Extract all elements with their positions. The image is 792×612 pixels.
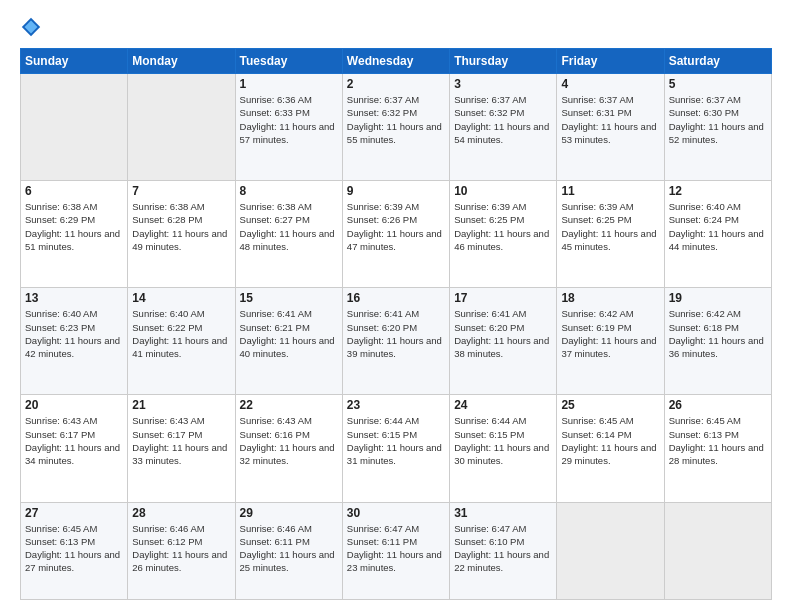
- day-number: 4: [561, 77, 659, 91]
- day-number: 18: [561, 291, 659, 305]
- calendar-cell: 27Sunrise: 6:45 AM Sunset: 6:13 PM Dayli…: [21, 502, 128, 599]
- day-info: Sunrise: 6:43 AM Sunset: 6:17 PM Dayligh…: [25, 414, 123, 467]
- day-number: 26: [669, 398, 767, 412]
- day-number: 8: [240, 184, 338, 198]
- logo: [20, 16, 46, 38]
- calendar-week-row: 27Sunrise: 6:45 AM Sunset: 6:13 PM Dayli…: [21, 502, 772, 599]
- day-number: 13: [25, 291, 123, 305]
- day-number: 28: [132, 506, 230, 520]
- day-info: Sunrise: 6:39 AM Sunset: 6:26 PM Dayligh…: [347, 200, 445, 253]
- day-header-thursday: Thursday: [450, 49, 557, 74]
- calendar-cell: 26Sunrise: 6:45 AM Sunset: 6:13 PM Dayli…: [664, 395, 771, 502]
- page: SundayMondayTuesdayWednesdayThursdayFrid…: [0, 0, 792, 612]
- day-info: Sunrise: 6:45 AM Sunset: 6:14 PM Dayligh…: [561, 414, 659, 467]
- calendar-cell: [21, 74, 128, 181]
- day-info: Sunrise: 6:41 AM Sunset: 6:20 PM Dayligh…: [454, 307, 552, 360]
- calendar-cell: 6Sunrise: 6:38 AM Sunset: 6:29 PM Daylig…: [21, 181, 128, 288]
- day-number: 29: [240, 506, 338, 520]
- day-info: Sunrise: 6:43 AM Sunset: 6:16 PM Dayligh…: [240, 414, 338, 467]
- day-info: Sunrise: 6:46 AM Sunset: 6:11 PM Dayligh…: [240, 522, 338, 575]
- calendar-cell: 24Sunrise: 6:44 AM Sunset: 6:15 PM Dayli…: [450, 395, 557, 502]
- calendar-cell: 16Sunrise: 6:41 AM Sunset: 6:20 PM Dayli…: [342, 288, 449, 395]
- day-header-wednesday: Wednesday: [342, 49, 449, 74]
- calendar-cell: [664, 502, 771, 599]
- day-info: Sunrise: 6:46 AM Sunset: 6:12 PM Dayligh…: [132, 522, 230, 575]
- day-info: Sunrise: 6:47 AM Sunset: 6:10 PM Dayligh…: [454, 522, 552, 575]
- day-info: Sunrise: 6:38 AM Sunset: 6:28 PM Dayligh…: [132, 200, 230, 253]
- day-number: 31: [454, 506, 552, 520]
- calendar-cell: 11Sunrise: 6:39 AM Sunset: 6:25 PM Dayli…: [557, 181, 664, 288]
- calendar-week-row: 13Sunrise: 6:40 AM Sunset: 6:23 PM Dayli…: [21, 288, 772, 395]
- calendar-cell: 20Sunrise: 6:43 AM Sunset: 6:17 PM Dayli…: [21, 395, 128, 502]
- day-info: Sunrise: 6:41 AM Sunset: 6:21 PM Dayligh…: [240, 307, 338, 360]
- day-number: 12: [669, 184, 767, 198]
- day-number: 15: [240, 291, 338, 305]
- calendar-cell: 1Sunrise: 6:36 AM Sunset: 6:33 PM Daylig…: [235, 74, 342, 181]
- day-number: 16: [347, 291, 445, 305]
- calendar-cell: 12Sunrise: 6:40 AM Sunset: 6:24 PM Dayli…: [664, 181, 771, 288]
- calendar-cell: 14Sunrise: 6:40 AM Sunset: 6:22 PM Dayli…: [128, 288, 235, 395]
- calendar-cell: 8Sunrise: 6:38 AM Sunset: 6:27 PM Daylig…: [235, 181, 342, 288]
- day-number: 27: [25, 506, 123, 520]
- day-info: Sunrise: 6:38 AM Sunset: 6:27 PM Dayligh…: [240, 200, 338, 253]
- calendar-cell: 15Sunrise: 6:41 AM Sunset: 6:21 PM Dayli…: [235, 288, 342, 395]
- calendar-cell: 7Sunrise: 6:38 AM Sunset: 6:28 PM Daylig…: [128, 181, 235, 288]
- day-number: 6: [25, 184, 123, 198]
- day-info: Sunrise: 6:36 AM Sunset: 6:33 PM Dayligh…: [240, 93, 338, 146]
- day-number: 19: [669, 291, 767, 305]
- day-info: Sunrise: 6:39 AM Sunset: 6:25 PM Dayligh…: [454, 200, 552, 253]
- calendar-cell: 28Sunrise: 6:46 AM Sunset: 6:12 PM Dayli…: [128, 502, 235, 599]
- day-number: 23: [347, 398, 445, 412]
- day-info: Sunrise: 6:40 AM Sunset: 6:22 PM Dayligh…: [132, 307, 230, 360]
- day-info: Sunrise: 6:38 AM Sunset: 6:29 PM Dayligh…: [25, 200, 123, 253]
- day-number: 24: [454, 398, 552, 412]
- day-number: 30: [347, 506, 445, 520]
- day-info: Sunrise: 6:37 AM Sunset: 6:32 PM Dayligh…: [454, 93, 552, 146]
- calendar-cell: 31Sunrise: 6:47 AM Sunset: 6:10 PM Dayli…: [450, 502, 557, 599]
- calendar-cell: 23Sunrise: 6:44 AM Sunset: 6:15 PM Dayli…: [342, 395, 449, 502]
- calendar-week-row: 1Sunrise: 6:36 AM Sunset: 6:33 PM Daylig…: [21, 74, 772, 181]
- calendar-cell: 29Sunrise: 6:46 AM Sunset: 6:11 PM Dayli…: [235, 502, 342, 599]
- day-info: Sunrise: 6:37 AM Sunset: 6:30 PM Dayligh…: [669, 93, 767, 146]
- calendar-cell: 13Sunrise: 6:40 AM Sunset: 6:23 PM Dayli…: [21, 288, 128, 395]
- day-number: 7: [132, 184, 230, 198]
- day-info: Sunrise: 6:37 AM Sunset: 6:32 PM Dayligh…: [347, 93, 445, 146]
- day-number: 17: [454, 291, 552, 305]
- day-header-monday: Monday: [128, 49, 235, 74]
- calendar-header-row: SundayMondayTuesdayWednesdayThursdayFrid…: [21, 49, 772, 74]
- calendar-cell: 4Sunrise: 6:37 AM Sunset: 6:31 PM Daylig…: [557, 74, 664, 181]
- day-number: 14: [132, 291, 230, 305]
- day-info: Sunrise: 6:40 AM Sunset: 6:23 PM Dayligh…: [25, 307, 123, 360]
- day-info: Sunrise: 6:37 AM Sunset: 6:31 PM Dayligh…: [561, 93, 659, 146]
- calendar-cell: 10Sunrise: 6:39 AM Sunset: 6:25 PM Dayli…: [450, 181, 557, 288]
- day-info: Sunrise: 6:42 AM Sunset: 6:18 PM Dayligh…: [669, 307, 767, 360]
- day-info: Sunrise: 6:39 AM Sunset: 6:25 PM Dayligh…: [561, 200, 659, 253]
- day-number: 9: [347, 184, 445, 198]
- logo-icon: [20, 16, 42, 38]
- day-info: Sunrise: 6:42 AM Sunset: 6:19 PM Dayligh…: [561, 307, 659, 360]
- calendar-cell: 5Sunrise: 6:37 AM Sunset: 6:30 PM Daylig…: [664, 74, 771, 181]
- header: [20, 16, 772, 38]
- day-number: 20: [25, 398, 123, 412]
- calendar-cell: 3Sunrise: 6:37 AM Sunset: 6:32 PM Daylig…: [450, 74, 557, 181]
- calendar-week-row: 20Sunrise: 6:43 AM Sunset: 6:17 PM Dayli…: [21, 395, 772, 502]
- calendar-cell: 17Sunrise: 6:41 AM Sunset: 6:20 PM Dayli…: [450, 288, 557, 395]
- day-info: Sunrise: 6:44 AM Sunset: 6:15 PM Dayligh…: [347, 414, 445, 467]
- day-info: Sunrise: 6:45 AM Sunset: 6:13 PM Dayligh…: [25, 522, 123, 575]
- calendar-cell: 30Sunrise: 6:47 AM Sunset: 6:11 PM Dayli…: [342, 502, 449, 599]
- day-info: Sunrise: 6:45 AM Sunset: 6:13 PM Dayligh…: [669, 414, 767, 467]
- day-info: Sunrise: 6:44 AM Sunset: 6:15 PM Dayligh…: [454, 414, 552, 467]
- calendar-cell: 9Sunrise: 6:39 AM Sunset: 6:26 PM Daylig…: [342, 181, 449, 288]
- day-info: Sunrise: 6:40 AM Sunset: 6:24 PM Dayligh…: [669, 200, 767, 253]
- day-number: 11: [561, 184, 659, 198]
- day-header-saturday: Saturday: [664, 49, 771, 74]
- calendar-week-row: 6Sunrise: 6:38 AM Sunset: 6:29 PM Daylig…: [21, 181, 772, 288]
- day-info: Sunrise: 6:43 AM Sunset: 6:17 PM Dayligh…: [132, 414, 230, 467]
- day-header-tuesday: Tuesday: [235, 49, 342, 74]
- calendar-cell: 18Sunrise: 6:42 AM Sunset: 6:19 PM Dayli…: [557, 288, 664, 395]
- calendar-cell: [128, 74, 235, 181]
- day-number: 3: [454, 77, 552, 91]
- day-number: 10: [454, 184, 552, 198]
- calendar-table: SundayMondayTuesdayWednesdayThursdayFrid…: [20, 48, 772, 600]
- day-header-sunday: Sunday: [21, 49, 128, 74]
